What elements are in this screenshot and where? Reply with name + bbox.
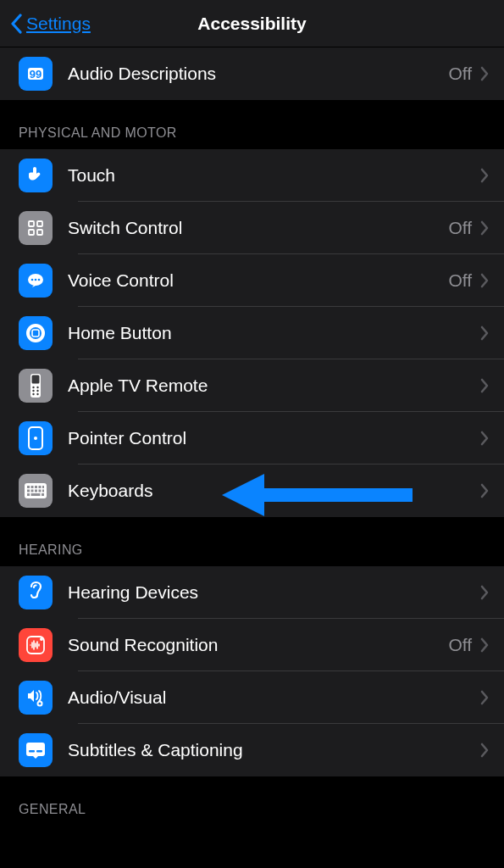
chevron-right-icon bbox=[480, 585, 489, 600]
chevron-right-icon bbox=[480, 637, 489, 653]
chevron-right-icon bbox=[480, 220, 489, 236]
row-label: Pointer Control bbox=[68, 428, 480, 448]
svg-rect-31 bbox=[35, 490, 37, 492]
svg-rect-28 bbox=[42, 486, 44, 488]
row-value: Off bbox=[448, 635, 472, 655]
section-hearing: Hearing Devices Sound Recognition Off Au… bbox=[0, 566, 504, 776]
sound-recognition-icon bbox=[19, 628, 53, 662]
back-label: Settings bbox=[26, 14, 91, 34]
row-subtitles-captioning[interactable]: Subtitles & Captioning bbox=[0, 724, 504, 776]
svg-point-7 bbox=[31, 279, 34, 281]
row-label: Sound Recognition bbox=[68, 635, 448, 655]
row-label: Apple TV Remote bbox=[68, 376, 480, 396]
svg-rect-42 bbox=[29, 750, 35, 753]
svg-point-17 bbox=[32, 390, 34, 392]
chevron-right-icon bbox=[480, 483, 489, 498]
navigation-bar: Settings Accessibility bbox=[0, 0, 504, 47]
svg-rect-43 bbox=[36, 750, 42, 753]
section-media: 99 Audio Descriptions Off bbox=[0, 47, 504, 100]
chevron-right-icon bbox=[480, 690, 489, 705]
svg-rect-34 bbox=[27, 493, 30, 496]
svg-rect-35 bbox=[31, 493, 41, 496]
svg-rect-5 bbox=[37, 230, 42, 235]
svg-point-18 bbox=[36, 390, 38, 392]
touch-icon bbox=[19, 159, 53, 192]
svg-rect-27 bbox=[39, 486, 42, 488]
row-sound-recognition[interactable]: Sound Recognition Off bbox=[0, 619, 504, 671]
subtitles-icon bbox=[19, 733, 53, 767]
svg-rect-2 bbox=[29, 221, 34, 226]
svg-point-19 bbox=[32, 393, 34, 395]
svg-rect-14 bbox=[32, 376, 40, 384]
svg-rect-30 bbox=[31, 490, 34, 492]
svg-point-15 bbox=[32, 387, 34, 388]
row-value: Off bbox=[448, 64, 472, 84]
audio-visual-icon bbox=[19, 681, 53, 715]
row-pointer-control[interactable]: Pointer Control bbox=[0, 412, 504, 465]
svg-rect-29 bbox=[27, 490, 30, 492]
section-physical-motor: Touch Switch Control Off Voice Control O… bbox=[0, 149, 504, 517]
svg-rect-41 bbox=[26, 743, 45, 756]
svg-rect-36 bbox=[42, 493, 44, 496]
home-button-icon bbox=[19, 316, 53, 350]
svg-point-8 bbox=[35, 279, 37, 281]
keyboard-icon bbox=[19, 474, 53, 508]
back-button[interactable]: Settings bbox=[0, 14, 91, 34]
row-label: Home Button bbox=[68, 323, 480, 343]
switch-control-icon bbox=[19, 211, 53, 245]
row-hearing-devices[interactable]: Hearing Devices bbox=[0, 566, 504, 619]
pointer-control-icon bbox=[19, 421, 53, 455]
svg-rect-25 bbox=[31, 486, 34, 488]
row-keyboards[interactable]: Keyboards bbox=[0, 465, 504, 517]
row-audio-descriptions[interactable]: 99 Audio Descriptions Off bbox=[0, 47, 504, 100]
svg-point-22 bbox=[34, 437, 37, 440]
row-label: Hearing Devices bbox=[68, 582, 480, 603]
svg-rect-33 bbox=[42, 490, 44, 492]
svg-point-40 bbox=[39, 703, 42, 705]
section-header-physical-motor: Physical and Motor bbox=[0, 100, 504, 149]
section-header-hearing: Hearing bbox=[0, 517, 504, 566]
svg-text:99: 99 bbox=[30, 68, 42, 81]
audio-descriptions-icon: 99 bbox=[19, 57, 53, 91]
svg-rect-24 bbox=[27, 486, 30, 488]
svg-rect-4 bbox=[29, 230, 34, 235]
svg-point-16 bbox=[36, 387, 38, 388]
chevron-right-icon bbox=[480, 273, 489, 288]
row-label: Audio Descriptions bbox=[68, 64, 448, 84]
chevron-right-icon bbox=[480, 378, 489, 393]
row-value: Off bbox=[448, 218, 472, 238]
chevron-right-icon bbox=[480, 431, 489, 446]
svg-point-20 bbox=[36, 393, 38, 395]
svg-point-9 bbox=[38, 279, 41, 281]
apple-tv-remote-icon bbox=[19, 369, 53, 403]
svg-rect-26 bbox=[35, 486, 37, 488]
row-home-button[interactable]: Home Button bbox=[0, 307, 504, 359]
chevron-right-icon bbox=[480, 168, 489, 183]
svg-rect-32 bbox=[39, 490, 42, 492]
ear-icon bbox=[19, 576, 53, 609]
row-label: Voice Control bbox=[68, 270, 448, 291]
voice-control-icon bbox=[19, 264, 53, 298]
row-switch-control[interactable]: Switch Control Off bbox=[0, 202, 504, 254]
content-scroll[interactable]: 99 Audio Descriptions Off Physical and M… bbox=[0, 47, 504, 826]
chevron-right-icon bbox=[480, 743, 489, 758]
row-label: Switch Control bbox=[68, 218, 448, 238]
row-voice-control[interactable]: Voice Control Off bbox=[0, 254, 504, 307]
svg-point-38 bbox=[40, 637, 43, 641]
row-label: Subtitles & Captioning bbox=[68, 740, 480, 760]
section-header-general: General bbox=[0, 776, 504, 826]
row-label: Audio/Visual bbox=[68, 687, 480, 708]
row-label: Touch bbox=[68, 165, 480, 186]
chevron-right-icon bbox=[480, 326, 489, 341]
row-label: Keyboards bbox=[68, 481, 480, 501]
row-audio-visual[interactable]: Audio/Visual bbox=[0, 671, 504, 724]
svg-rect-3 bbox=[37, 221, 42, 226]
row-touch[interactable]: Touch bbox=[0, 149, 504, 202]
row-value: Off bbox=[448, 270, 472, 291]
chevron-right-icon bbox=[480, 66, 489, 81]
row-apple-tv-remote[interactable]: Apple TV Remote bbox=[0, 359, 504, 412]
svg-point-11 bbox=[30, 327, 42, 339]
chevron-left-icon bbox=[10, 14, 23, 34]
